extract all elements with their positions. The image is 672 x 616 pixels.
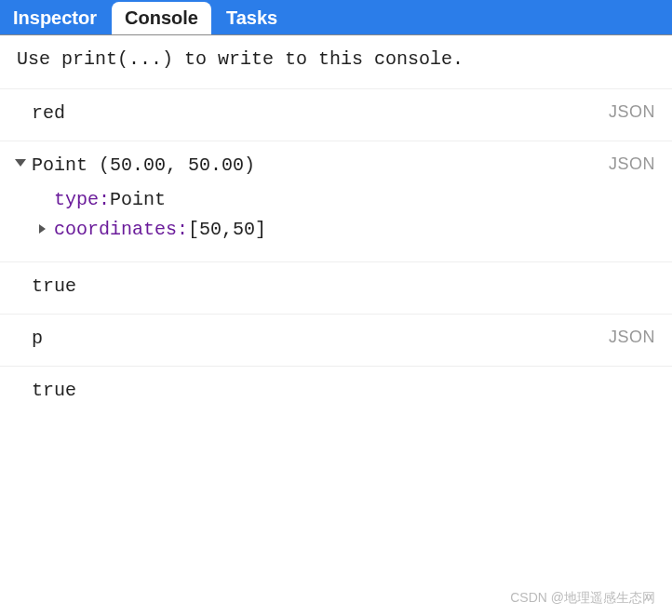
entry-value: red bbox=[32, 102, 65, 124]
tab-console[interactable]: Console bbox=[112, 2, 211, 34]
entry-value: Point (50.00, 50.00) bbox=[32, 154, 255, 176]
tab-inspector[interactable]: Inspector bbox=[0, 2, 110, 34]
entry-details: type:Point coordinates:[50,50] bbox=[32, 185, 655, 245]
detail-key: type bbox=[54, 189, 99, 210]
json-link[interactable]: JSON bbox=[609, 328, 655, 347]
json-link[interactable]: JSON bbox=[609, 154, 655, 174]
tab-bar: Inspector Console Tasks bbox=[0, 0, 672, 35]
watermark: CSDN @地理遥感生态网 bbox=[510, 590, 655, 607]
entry-value: p bbox=[32, 328, 43, 349]
detail-row: coordinates:[50,50] bbox=[54, 215, 655, 245]
tab-tasks[interactable]: Tasks bbox=[213, 2, 290, 34]
console-entry: p JSON bbox=[0, 315, 672, 367]
entry-value: true bbox=[32, 380, 76, 401]
console-entry: red JSON bbox=[0, 89, 672, 141]
chevron-right-icon[interactable] bbox=[39, 224, 46, 234]
console-entry: Point (50.00, 50.00) JSON type:Point coo… bbox=[0, 141, 672, 262]
chevron-down-icon[interactable] bbox=[15, 159, 26, 167]
detail-val: Point bbox=[110, 189, 166, 210]
colon: : bbox=[99, 189, 110, 210]
colon: : bbox=[177, 219, 188, 240]
detail-row: type:Point bbox=[54, 185, 655, 215]
json-link[interactable]: JSON bbox=[609, 102, 655, 122]
detail-val: [50,50] bbox=[188, 219, 266, 240]
console-entry: true bbox=[0, 262, 672, 315]
detail-key: coordinates bbox=[54, 219, 177, 240]
entry-value: true bbox=[32, 275, 76, 297]
console-entry: true bbox=[0, 367, 672, 418]
console-hint: Use print(...) to write to this console. bbox=[0, 35, 672, 89]
